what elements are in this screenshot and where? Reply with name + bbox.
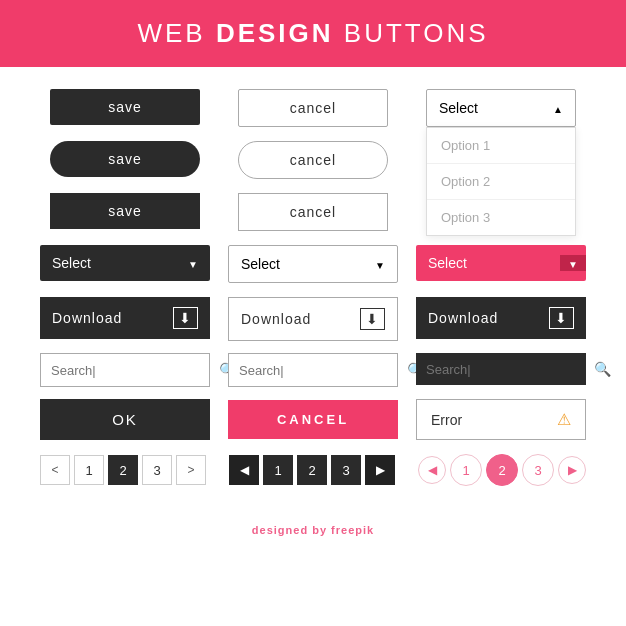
select-button-dark[interactable]: Select	[40, 245, 210, 281]
prev-page-btn-2[interactable]: ◀	[229, 455, 259, 485]
page-btn-1-3[interactable]: 3	[142, 455, 172, 485]
prev-page-btn-1[interactable]: <	[40, 455, 70, 485]
title-post: BUTTONS	[334, 18, 489, 48]
save-button-pill[interactable]: save	[50, 141, 200, 177]
download-button-dark[interactable]: Download ⬇	[40, 297, 210, 339]
page-btn-3-1[interactable]: 1	[450, 454, 482, 486]
search-icon-dark: 🔍	[594, 361, 611, 377]
error-button[interactable]: Error ⚠	[416, 399, 586, 440]
search-input-outline[interactable]	[51, 363, 219, 378]
download-icon-dark2: ⬇	[549, 307, 574, 329]
col-select-open: Select Option 1 Option 2 Option 3	[416, 89, 586, 127]
option-1[interactable]: Option 1	[427, 128, 575, 164]
page-btn-2-2[interactable]: 2	[297, 455, 327, 485]
select-pink-wrapper: Select	[416, 245, 586, 281]
col-save-rect: save	[40, 89, 210, 125]
col-save-pill: save	[40, 141, 210, 177]
page-header: WEB DESIGN BUTTONS	[0, 0, 626, 67]
error-label: Error	[431, 412, 462, 428]
select-btn-open[interactable]: Select	[426, 89, 576, 127]
option-2[interactable]: Option 2	[427, 164, 575, 200]
search-input-dark[interactable]	[426, 362, 594, 377]
select-pink-label: Select	[428, 255, 467, 271]
cancel-button-rect[interactable]: cancel	[238, 89, 388, 127]
download-button-dark2[interactable]: Download ⬇	[416, 297, 586, 339]
prev-page-btn-3[interactable]: ◀	[418, 456, 446, 484]
download-label-outline: Download	[241, 311, 311, 327]
search-field-outline2[interactable]: 🔍	[228, 353, 398, 387]
search-row: 🔍 🔍 🔍	[40, 353, 586, 387]
search-input-outline2[interactable]	[239, 363, 407, 378]
col-cancel-rect: cancel	[228, 89, 398, 127]
arrow-down-icon-outline	[375, 256, 385, 272]
arrow-down-icon-dark	[188, 255, 198, 271]
pagination-1: < 1 2 3 >	[40, 455, 206, 485]
col-save-sharp: save	[40, 193, 210, 229]
dropdown-menu: Option 1 Option 2 Option 3	[426, 127, 576, 236]
download-icon-outline: ⬇	[360, 308, 385, 330]
cancel-button-sharp[interactable]: cancel	[238, 193, 388, 231]
ok-button[interactable]: OK	[40, 399, 210, 440]
arrow-down-icon-pink	[568, 255, 578, 271]
page-btn-3-3[interactable]: 3	[522, 454, 554, 486]
cancel-button-pill[interactable]: cancel	[238, 141, 388, 179]
select-outline-label: Select	[241, 256, 280, 272]
select-outline-wrapper: Select	[228, 245, 398, 283]
download-button-outline[interactable]: Download ⬇	[228, 297, 398, 341]
arrow-up-icon	[553, 100, 563, 116]
select-dropdown-open[interactable]: Select Option 1 Option 2 Option 3	[426, 89, 576, 127]
main-content: save cancel Select Option 1 Option 2 Opt…	[0, 67, 626, 520]
error-warning-icon: ⚠	[557, 410, 571, 429]
next-page-btn-1[interactable]: >	[176, 455, 206, 485]
pink-arrow-box	[560, 255, 586, 271]
page-btn-2-1[interactable]: 1	[263, 455, 293, 485]
row-1: save cancel Select Option 1 Option 2 Opt…	[40, 89, 586, 127]
download-label-dark2: Download	[428, 310, 498, 326]
page-title: WEB DESIGN BUTTONS	[0, 18, 626, 49]
action-row: OK CANCEL Error ⚠	[40, 399, 586, 440]
download-label-dark: Download	[52, 310, 122, 326]
page-btn-3-2[interactable]: 2	[486, 454, 518, 486]
select-dark-wrapper: Select	[40, 245, 210, 281]
footer: designed by freepik	[0, 520, 626, 546]
save-button-rect[interactable]: save	[50, 89, 200, 125]
search-field-dark[interactable]: 🔍	[416, 353, 586, 385]
option-3[interactable]: Option 3	[427, 200, 575, 235]
search-field-outline[interactable]: 🔍	[40, 353, 210, 387]
next-page-btn-3[interactable]: ▶	[558, 456, 586, 484]
title-pre: WEB	[137, 18, 215, 48]
select-button-outline[interactable]: Select	[228, 245, 398, 283]
col-cancel-pill: cancel	[228, 141, 398, 179]
pagination-row: < 1 2 3 > ◀ 1 2 3 ▶ ◀ 1 2 3 ▶	[40, 454, 586, 486]
title-bold: DESIGN	[216, 18, 334, 48]
footer-brand: freepik	[331, 524, 374, 536]
page-btn-1-1[interactable]: 1	[74, 455, 104, 485]
save-button-sharp[interactable]: save	[50, 193, 200, 229]
col-cancel-sharp: cancel	[228, 193, 398, 231]
select-row: Select Select Select	[40, 245, 586, 283]
page-btn-2-3[interactable]: 3	[331, 455, 361, 485]
page-btn-1-2[interactable]: 2	[108, 455, 138, 485]
download-row: Download ⬇ Download ⬇ Download ⬇	[40, 297, 586, 341]
pagination-3: ◀ 1 2 3 ▶	[418, 454, 586, 486]
cancel-pink-button[interactable]: CANCEL	[228, 400, 398, 439]
download-icon-dark: ⬇	[173, 307, 198, 329]
footer-text: designed by	[252, 524, 331, 536]
select-dark-label: Select	[52, 255, 91, 271]
pagination-2: ◀ 1 2 3 ▶	[229, 455, 395, 485]
select-label: Select	[439, 100, 478, 116]
select-button-pink[interactable]: Select	[416, 245, 586, 281]
next-page-btn-2[interactable]: ▶	[365, 455, 395, 485]
